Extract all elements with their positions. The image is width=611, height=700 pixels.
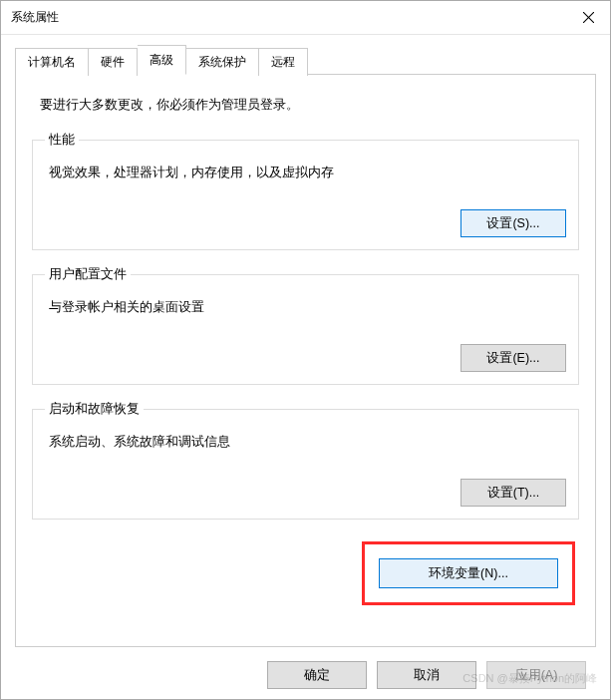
intro-text: 要进行大多数更改，你必须作为管理员登录。: [40, 97, 579, 114]
titlebar: 系统属性: [1, 1, 610, 35]
group-performance-desc: 视觉效果，处理器计划，内存使用，以及虚拟内存: [49, 165, 566, 181]
group-user-profiles-legend: 用户配置文件: [45, 266, 131, 283]
tab-advanced[interactable]: 高级: [138, 45, 186, 75]
env-row: 环境变量(N)...: [32, 535, 579, 617]
tab-panel-advanced: 要进行大多数更改，你必须作为管理员登录。 性能 视觉效果，处理器计划，内存使用，…: [15, 75, 596, 647]
cancel-button[interactable]: 取消: [377, 661, 476, 689]
highlight-box: 环境变量(N)...: [362, 541, 575, 605]
environment-variables-button[interactable]: 环境变量(N)...: [379, 558, 558, 588]
settings-startup-recovery-button[interactable]: 设置(T)...: [460, 479, 566, 507]
tab-system-protection[interactable]: 系统保护: [186, 48, 259, 76]
group-user-profiles: 用户配置文件 与登录帐户相关的桌面设置 设置(E)...: [32, 266, 579, 385]
group-startup-recovery: 启动和故障恢复 系统启动、系统故障和调试信息 设置(T)...: [32, 401, 579, 520]
tab-hardware[interactable]: 硬件: [89, 48, 138, 76]
tab-computer-name[interactable]: 计算机名: [15, 48, 89, 76]
group-performance: 性能 视觉效果，处理器计划，内存使用，以及虚拟内存 设置(S)...: [32, 132, 579, 250]
window-title: 系统属性: [11, 9, 59, 26]
apply-button: 应用(A): [486, 661, 586, 689]
group-startup-recovery-desc: 系统启动、系统故障和调试信息: [49, 434, 566, 451]
close-button[interactable]: [566, 1, 610, 35]
group-startup-recovery-legend: 启动和故障恢复: [45, 401, 144, 418]
group-performance-legend: 性能: [45, 132, 79, 149]
settings-user-profiles-button[interactable]: 设置(E)...: [460, 344, 566, 372]
tab-list: 计算机名 硬件 高级 系统保护 远程: [15, 45, 596, 75]
tab-remote[interactable]: 远程: [259, 48, 308, 76]
dialog-window: 系统属性 计算机名 硬件 高级 系统保护 远程 要进行大多数更改，你必须作为管理…: [0, 0, 611, 700]
group-user-profiles-desc: 与登录帐户相关的桌面设置: [49, 299, 566, 316]
ok-button[interactable]: 确定: [267, 661, 367, 689]
close-icon: [583, 12, 594, 23]
dialog-content: 计算机名 硬件 高级 系统保护 远程 要进行大多数更改，你必须作为管理员登录。 …: [1, 35, 610, 699]
settings-performance-button[interactable]: 设置(S)...: [460, 209, 566, 237]
dialog-footer: 确定 取消 应用(A): [15, 647, 596, 697]
